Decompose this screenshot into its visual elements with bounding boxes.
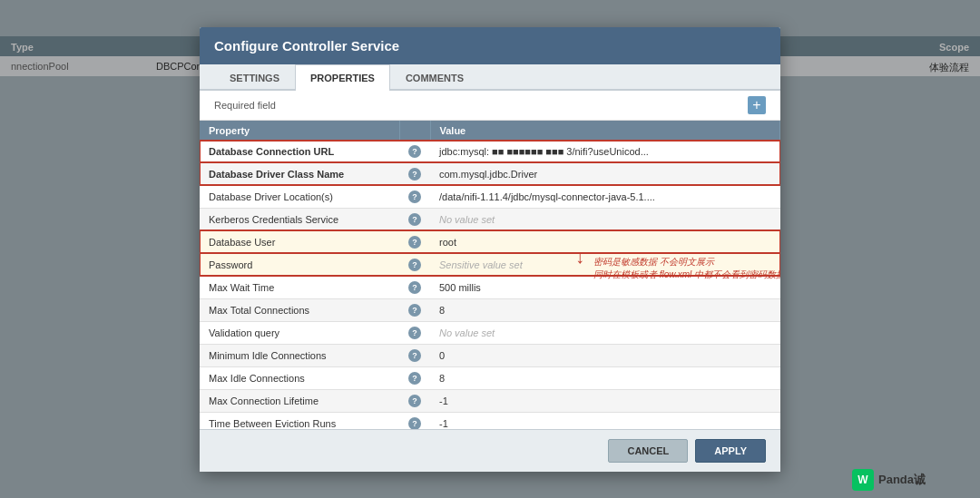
info-icon[interactable]: ? <box>408 213 421 226</box>
info-icon[interactable]: ? <box>408 372 421 385</box>
property-info-icon[interactable]: ? <box>399 389 430 412</box>
property-name: Max Connection Lifetime <box>200 389 399 412</box>
info-icon[interactable]: ? <box>408 190 421 203</box>
property-info-icon[interactable]: ? <box>399 141 430 163</box>
table-row: Database Driver Class Name?com.mysql.jdb… <box>200 162 780 185</box>
property-info-icon[interactable]: ? <box>399 344 430 366</box>
property-name: Max Wait Time <box>200 276 399 298</box>
watermark-text: Panda诚 <box>878 472 926 488</box>
property-value: jdbc:mysql: ■■ ■■■■■■ ■■■ 3/nifi?useUnic… <box>430 141 780 163</box>
table-row: Max Connection Lifetime?-1 <box>200 389 780 412</box>
property-info-icon[interactable]: ? <box>399 412 430 429</box>
table-row: Time Between Eviction Runs?-1 <box>200 412 780 429</box>
table-header: Property Value <box>200 121 780 141</box>
property-info-icon[interactable]: ? <box>399 162 430 185</box>
modal-body: Required field + Property Value Database… <box>200 91 780 429</box>
info-icon[interactable]: ? <box>408 395 421 407</box>
table-row: Max Idle Connections?8 <box>200 366 780 389</box>
watermark-icon: W <box>852 469 874 491</box>
info-icon[interactable]: ? <box>408 259 421 271</box>
table-row: Kerberos Credentials Service?No value se… <box>200 208 780 230</box>
property-value: root <box>430 230 780 253</box>
property-name: Kerberos Credentials Service <box>200 208 399 230</box>
properties-table: Property Value Database Connection URL?j… <box>200 121 780 429</box>
property-value: -1 <box>430 412 780 429</box>
info-icon[interactable]: ? <box>408 168 421 181</box>
property-name: Database Driver Class Name <box>200 162 399 185</box>
modal-title: Configure Controller Service <box>200 27 780 64</box>
tab-bar: SETTINGS PROPERTIES COMMENTS <box>200 64 780 91</box>
property-name: Password <box>200 253 399 276</box>
property-info-icon[interactable]: ? <box>399 253 430 276</box>
table-row: Database User?root <box>200 230 780 253</box>
property-value: 0 <box>430 344 780 366</box>
property-name: Database Driver Location(s) <box>200 185 399 208</box>
modal-overlay: Configure Controller Service SETTINGS PR… <box>0 0 980 498</box>
table-row: Minimum Idle Connections?0 <box>200 344 780 366</box>
property-value: 8 <box>430 366 780 389</box>
table-body: Database Connection URL?jdbc:mysql: ■■ ■… <box>200 141 780 429</box>
required-field-row: Required field + <box>200 91 780 121</box>
info-icon[interactable]: ? <box>408 349 421 362</box>
info-icon[interactable]: ? <box>408 417 421 429</box>
property-value: No value set <box>430 321 780 344</box>
table-row: Database Connection URL?jdbc:mysql: ■■ ■… <box>200 141 780 163</box>
info-icon[interactable]: ? <box>408 236 421 249</box>
property-value: com.mysql.jdbc.Driver <box>430 162 780 185</box>
col-value: Value <box>430 121 780 141</box>
table-row: Max Total Connections?8 <box>200 298 780 321</box>
property-info-icon[interactable]: ? <box>399 366 430 389</box>
property-name: Max Idle Connections <box>200 366 399 389</box>
property-info-icon[interactable]: ? <box>399 208 430 230</box>
required-field-label: Required field <box>214 100 276 111</box>
apply-button[interactable]: APPLY <box>695 439 766 463</box>
annotation-arrow: ↓ <box>575 247 584 268</box>
tab-comments[interactable]: COMMENTS <box>390 64 479 91</box>
info-icon[interactable]: ? <box>408 327 421 339</box>
property-info-icon[interactable]: ? <box>399 230 430 253</box>
property-info-icon[interactable]: ? <box>399 276 430 298</box>
table-row: Validation query?No value set <box>200 321 780 344</box>
property-name: Database Connection URL <box>200 141 399 163</box>
property-value: -1 <box>430 389 780 412</box>
property-name: Time Between Eviction Runs <box>200 412 399 429</box>
property-value: /data/nifi-1.11.4/jdbc/mysql-connector-j… <box>430 185 780 208</box>
table-row: Password?Sensitive value set密码是敏感数据 不会明文… <box>200 253 780 276</box>
watermark: W Panda诚 <box>852 469 926 491</box>
property-name: Validation query <box>200 321 399 344</box>
info-icon[interactable]: ? <box>408 304 421 317</box>
cancel-button[interactable]: CANCEL <box>608 439 688 463</box>
property-value: Sensitive value set密码是敏感数据 不会明文展示同时在模板或者… <box>430 253 780 276</box>
properties-table-wrap: Property Value Database Connection URL?j… <box>200 121 780 429</box>
property-value: No value set <box>430 208 780 230</box>
property-info-icon[interactable]: ? <box>399 321 430 344</box>
modal-footer: CANCEL APPLY <box>200 429 780 472</box>
table-row: Database Driver Location(s)?/data/nifi-1… <box>200 185 780 208</box>
col-property: Property <box>200 121 399 141</box>
property-info-icon[interactable]: ? <box>399 298 430 321</box>
tab-properties[interactable]: PROPERTIES <box>295 64 390 91</box>
property-name: Max Total Connections <box>200 298 399 321</box>
configure-controller-dialog: Configure Controller Service SETTINGS PR… <box>200 27 780 472</box>
col-info <box>399 121 430 141</box>
info-icon[interactable]: ? <box>408 145 421 158</box>
property-value: 8 <box>430 298 780 321</box>
property-name: Minimum Idle Connections <box>200 344 399 366</box>
table-row: Max Wait Time?500 millis <box>200 276 780 298</box>
property-name: Database User <box>200 230 399 253</box>
tab-settings[interactable]: SETTINGS <box>214 64 295 91</box>
property-value: 500 millis <box>430 276 780 298</box>
property-info-icon[interactable]: ? <box>399 185 430 208</box>
add-property-button[interactable]: + <box>748 96 766 114</box>
info-icon[interactable]: ? <box>408 281 421 294</box>
